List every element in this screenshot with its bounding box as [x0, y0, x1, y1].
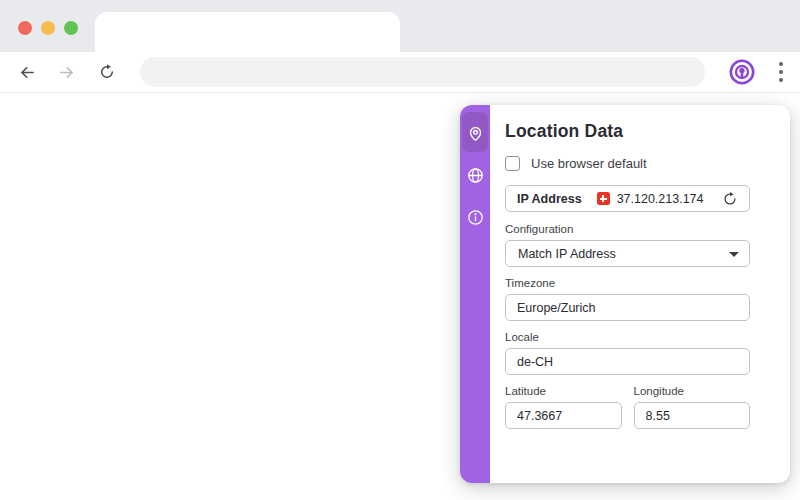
ip-address-label: IP Address	[517, 192, 582, 206]
longitude-input[interactable]	[634, 402, 751, 429]
location-pin-icon	[467, 125, 484, 142]
use-browser-default-row: Use browser default	[505, 156, 750, 171]
sidebar-item-location[interactable]	[462, 118, 488, 148]
kebab-dot	[779, 70, 783, 74]
coordinates-row: Latitude Longitude	[505, 385, 750, 439]
forward-button[interactable]	[52, 58, 80, 86]
back-arrow-icon	[18, 63, 37, 82]
sidebar-item-network[interactable]	[462, 160, 488, 190]
traffic-lights	[18, 21, 78, 35]
use-browser-default-label: Use browser default	[531, 156, 647, 171]
kebab-dot	[779, 78, 783, 82]
locale-field: Locale	[505, 331, 750, 385]
chevron-down-icon	[729, 252, 739, 257]
reload-icon	[98, 63, 116, 81]
tab-bar	[0, 0, 800, 52]
extension-popup: Location Data Use browser default IP Add…	[460, 105, 790, 483]
location-beacon-icon	[728, 58, 756, 86]
configuration-selected-value: Match IP Address	[518, 247, 616, 261]
close-window-button[interactable]	[18, 21, 32, 35]
configuration-label: Configuration	[505, 223, 750, 235]
locale-input[interactable]	[505, 348, 750, 375]
minimize-window-button[interactable]	[41, 21, 55, 35]
use-browser-default-checkbox[interactable]	[505, 156, 520, 171]
browser-window: Location Data Use browser default IP Add…	[0, 0, 800, 500]
forward-arrow-icon	[57, 63, 76, 82]
latitude-input[interactable]	[505, 402, 622, 429]
latitude-field: Latitude	[505, 385, 622, 439]
timezone-label: Timezone	[505, 277, 750, 289]
browser-menu-button[interactable]	[766, 57, 796, 87]
extension-icon[interactable]	[727, 57, 757, 87]
reload-button[interactable]	[93, 58, 121, 86]
longitude-label: Longitude	[634, 385, 751, 397]
kebab-dot	[779, 62, 783, 66]
configuration-select[interactable]: Match IP Address	[505, 240, 750, 267]
refresh-ip-button[interactable]	[720, 189, 740, 209]
timezone-field: Timezone	[505, 277, 750, 331]
popup-content: Location Data Use browser default IP Add…	[490, 105, 790, 483]
longitude-field: Longitude	[634, 385, 751, 439]
swiss-flag-icon	[597, 192, 610, 205]
ip-address-value: 37.120.213.174	[617, 192, 704, 206]
popup-sidebar	[460, 105, 490, 483]
latitude-label: Latitude	[505, 385, 622, 397]
page-title: Location Data	[505, 121, 750, 142]
refresh-icon	[722, 191, 738, 207]
sidebar-item-about[interactable]	[462, 202, 488, 232]
back-button[interactable]	[13, 58, 41, 86]
globe-icon	[467, 167, 484, 184]
configuration-field: Configuration Match IP Address	[505, 223, 750, 267]
browser-tab[interactable]	[95, 12, 400, 53]
timezone-input[interactable]	[505, 294, 750, 321]
address-bar[interactable]	[140, 57, 705, 87]
ip-address-box: IP Address 37.120.213.174	[505, 185, 750, 212]
info-icon	[467, 209, 484, 226]
locale-label: Locale	[505, 331, 750, 343]
browser-toolbar	[0, 52, 800, 93]
maximize-window-button[interactable]	[64, 21, 78, 35]
